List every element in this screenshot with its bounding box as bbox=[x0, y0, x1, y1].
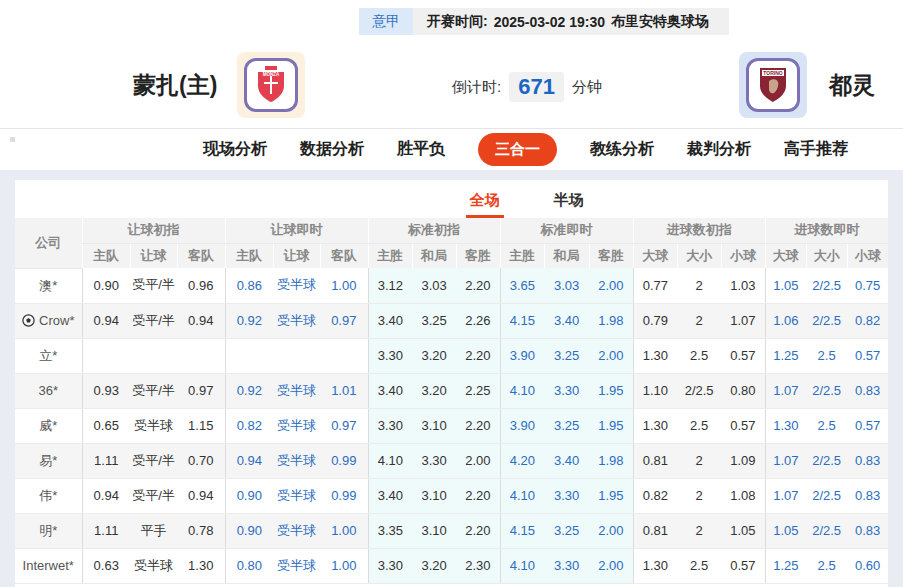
odds-cell: 3.90 bbox=[500, 338, 544, 373]
odds-cell: 2.5 bbox=[677, 408, 721, 443]
odds-cell: 0.94 bbox=[82, 303, 130, 338]
odds-cell: 1.30 bbox=[177, 548, 225, 583]
odds-cell: 3.10 bbox=[412, 478, 456, 513]
nav-tab-2[interactable]: 数据分析 bbox=[300, 139, 364, 160]
odds-cell: 3.40 bbox=[544, 443, 589, 478]
odds-cell: 0.92 bbox=[225, 303, 273, 338]
nav-decor-square bbox=[10, 137, 15, 142]
sub-header: 小球 bbox=[847, 243, 888, 268]
nav-tab-3[interactable]: 胜平负 bbox=[397, 139, 445, 160]
odds-cell: 1.07 bbox=[765, 373, 806, 408]
odds-row: 易*1.11受平/半0.700.94受半球0.994.103.302.004.2… bbox=[15, 443, 888, 478]
odds-cell: 0.81 bbox=[633, 513, 677, 548]
sub-header: 主队 bbox=[225, 243, 273, 268]
sub-header: 主胜 bbox=[500, 243, 544, 268]
odds-cell: 1.05 bbox=[765, 268, 806, 303]
odds-cell: 0.93 bbox=[82, 373, 130, 408]
group-header-5: 进球数初指 bbox=[633, 218, 765, 243]
odds-cell: 受半球 bbox=[273, 478, 320, 513]
odds-cell: 0.99 bbox=[320, 478, 368, 513]
odds-cell: 3.30 bbox=[368, 408, 412, 443]
odds-cell: 2.26 bbox=[456, 303, 500, 338]
odds-cell: 0.79 bbox=[633, 303, 677, 338]
odds-cell: 3.40 bbox=[368, 303, 412, 338]
odds-cell: 受平/半 bbox=[130, 443, 177, 478]
odds-row: 立*3.303.202.203.903.252.001.302.50.571.2… bbox=[15, 338, 888, 373]
svg-text:TORINO: TORINO bbox=[763, 70, 782, 76]
odds-cell: 受平/半 bbox=[130, 373, 177, 408]
odds-cell: 受半球 bbox=[273, 268, 320, 303]
odds-cell: 2.20 bbox=[456, 478, 500, 513]
odds-cell: 1.11 bbox=[82, 443, 130, 478]
odds-cell: 1.25 bbox=[765, 548, 806, 583]
sub-header: 大小 bbox=[806, 243, 847, 268]
countdown-label: 倒计时: bbox=[452, 78, 501, 97]
nav-tab-4[interactable]: 三合一 bbox=[478, 133, 557, 166]
odds-cell: 1.08 bbox=[721, 478, 765, 513]
odds-cell bbox=[82, 338, 130, 373]
company-cell: 伟* bbox=[15, 478, 82, 513]
odds-cell: 0.57 bbox=[847, 408, 888, 443]
sub-header: 客队 bbox=[177, 243, 225, 268]
odds-cell: 2.00 bbox=[589, 338, 633, 373]
odds-cell: 受半球 bbox=[273, 408, 320, 443]
odds-row: 澳*0.90受平/半0.960.86受半球1.003.123.032.203.6… bbox=[15, 268, 888, 303]
sub-header: 小球 bbox=[721, 243, 765, 268]
odds-cell: 3.35 bbox=[368, 513, 412, 548]
odds-cell: 0.92 bbox=[225, 373, 273, 408]
group-header-2: 让球即时 bbox=[225, 218, 368, 243]
odds-row: Crow*0.94受平/半0.940.92受半球0.973.403.252.26… bbox=[15, 303, 888, 338]
odds-cell: 2.5 bbox=[677, 548, 721, 583]
odds-cell: 2.00 bbox=[456, 443, 500, 478]
odds-cell: 1.03 bbox=[721, 268, 765, 303]
sub-header: 大小 bbox=[677, 243, 721, 268]
odds-cell: 1.07 bbox=[765, 443, 806, 478]
venue: 布里安特奥球场 bbox=[611, 13, 709, 31]
odds-cell: 2 bbox=[677, 303, 721, 338]
odds-cell: 0.78 bbox=[177, 513, 225, 548]
away-team-logo: TORINO bbox=[739, 52, 807, 118]
odds-cell: 2.20 bbox=[456, 513, 500, 548]
company-cell: 明* bbox=[15, 513, 82, 548]
sub-header: 让球 bbox=[273, 243, 320, 268]
league-badge[interactable]: 意甲 bbox=[359, 8, 413, 35]
group-header-3: 标准初指 bbox=[368, 218, 500, 243]
odds-cell: 0.94 bbox=[82, 478, 130, 513]
content-area: 全场半场 公司让球初指让球即时标准初指标准即时进球数初指进球数即时主队让球客队主… bbox=[0, 170, 903, 587]
odds-cell: 2/2.5 bbox=[806, 373, 847, 408]
odds-cell: 3.20 bbox=[412, 548, 456, 583]
odds-cell bbox=[320, 338, 368, 373]
nav-tab-7[interactable]: 高手推荐 bbox=[784, 139, 848, 160]
odds-cell: 2.25 bbox=[456, 373, 500, 408]
odds-cell: 2.20 bbox=[456, 408, 500, 443]
odds-cell: 受半球 bbox=[130, 548, 177, 583]
odds-cell: 0.97 bbox=[320, 303, 368, 338]
odds-cell: 0.80 bbox=[721, 373, 765, 408]
odds-cell: 2 bbox=[677, 268, 721, 303]
odds-cell: 3.20 bbox=[412, 373, 456, 408]
period-tab-1[interactable]: 全场 bbox=[466, 185, 504, 218]
odds-cell: 2 bbox=[677, 443, 721, 478]
odds-cell: 1.30 bbox=[633, 548, 677, 583]
odds-cell: 2.5 bbox=[806, 408, 847, 443]
odds-cell: 1.09 bbox=[721, 443, 765, 478]
odds-cell: 1.30 bbox=[633, 408, 677, 443]
odds-cell: 1.01 bbox=[320, 373, 368, 408]
company-cell: 36* bbox=[15, 373, 82, 408]
odds-card: 全场半场 公司让球初指让球即时标准初指标准即时进球数初指进球数即时主队让球客队主… bbox=[15, 180, 888, 587]
nav-tab-6[interactable]: 裁判分析 bbox=[687, 139, 751, 160]
odds-cell: 0.90 bbox=[225, 513, 273, 548]
nav-tab-1[interactable]: 现场分析 bbox=[203, 139, 267, 160]
match-info-strip: 意甲 开赛时间: 2025-03-02 19:30 布里安特奥球场 bbox=[359, 8, 729, 35]
period-tab-2[interactable]: 半场 bbox=[550, 185, 588, 218]
odds-cell: 2.00 bbox=[589, 548, 633, 583]
odds-cell: 0.82 bbox=[225, 408, 273, 443]
odds-cell: 2 bbox=[677, 478, 721, 513]
odds-cell: 3.10 bbox=[412, 408, 456, 443]
nav-tab-5[interactable]: 教练分析 bbox=[590, 139, 654, 160]
odds-cell: 3.12 bbox=[368, 268, 412, 303]
group-header-6: 进球数即时 bbox=[765, 218, 888, 243]
odds-cell: 4.10 bbox=[500, 548, 544, 583]
odds-cell: 3.20 bbox=[412, 338, 456, 373]
odds-cell: 3.25 bbox=[544, 338, 589, 373]
